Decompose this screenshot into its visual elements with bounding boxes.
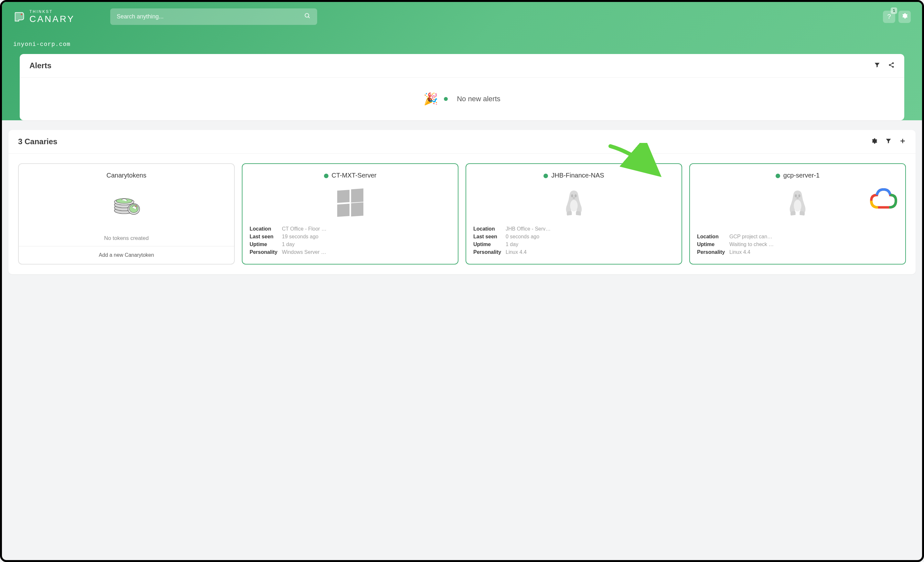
status-dot <box>324 174 328 178</box>
svg-point-5 <box>892 66 894 68</box>
gcp-cloud-icon <box>869 185 898 215</box>
stat-value: Linux 4.4 <box>506 249 526 255</box>
linux-tux-icon <box>473 185 674 221</box>
svg-point-3 <box>892 62 894 64</box>
stat-label: Location <box>473 226 506 232</box>
canary-name: CT-MXT-Server <box>332 172 376 179</box>
brand-title: CANARY <box>29 14 75 24</box>
question-icon: ? <box>887 13 891 20</box>
stat-label: Uptime <box>250 242 282 247</box>
canary-card[interactable]: JHB-Finance-NAS LocationJHB Office - Ser… <box>465 163 682 264</box>
svg-point-16 <box>571 194 573 197</box>
stat-label: Personality <box>473 249 506 255</box>
stat-label: Last seen <box>473 234 506 240</box>
stat-label: Uptime <box>697 242 729 247</box>
canaries-title: 3 Canaries <box>18 137 57 146</box>
svg-point-0 <box>21 14 22 15</box>
tokens-stack-icon <box>26 185 227 221</box>
svg-point-19 <box>795 194 796 197</box>
stat-label: Location <box>697 234 729 240</box>
stat-value: 19 seconds ago <box>282 234 318 240</box>
party-popper-icon: 🎉 <box>423 92 438 106</box>
canary-name: gcp-server-1 <box>783 172 820 179</box>
canarytokens-card[interactable]: Canarytokens No tokens created Add a new… <box>18 163 235 264</box>
gear-icon[interactable] <box>871 138 878 146</box>
svg-point-20 <box>798 194 800 197</box>
svg-point-17 <box>574 194 576 197</box>
help-button[interactable]: ? 1 <box>883 11 895 23</box>
brand-logo[interactable]: THINKST CANARY <box>13 9 104 24</box>
search-box[interactable] <box>110 8 317 25</box>
stat-value: Windows Server … <box>282 249 326 255</box>
tokens-empty-text: No tokens created <box>26 235 227 242</box>
gear-icon <box>902 13 908 21</box>
search-input[interactable] <box>117 13 304 20</box>
share-icon[interactable] <box>888 62 895 70</box>
svg-point-21 <box>794 200 801 212</box>
linux-tux-icon <box>697 185 898 221</box>
card-title: Canarytokens <box>26 172 227 179</box>
plus-icon[interactable] <box>899 138 906 146</box>
stat-value: Linux 4.4 <box>729 249 750 255</box>
status-dot <box>444 97 448 101</box>
filter-icon[interactable] <box>885 138 892 146</box>
stat-label: Location <box>250 226 282 232</box>
alerts-title: Alerts <box>29 61 51 70</box>
stat-value: Waiting to check … <box>729 242 774 247</box>
status-dot <box>543 174 548 178</box>
stat-value: 1 day <box>282 242 294 247</box>
search-icon[interactable] <box>304 13 311 21</box>
svg-line-2 <box>308 17 310 18</box>
stat-label: Uptime <box>473 242 506 247</box>
alerts-empty-text: No new alerts <box>457 95 501 103</box>
add-canarytoken-button[interactable]: Add a new Canarytoken <box>19 246 234 264</box>
canary-card[interactable]: gcp-server-1 LocationGCP project can… Up… <box>689 163 906 264</box>
stat-value: 1 day <box>506 242 518 247</box>
alerts-panel: Alerts 🎉 No new alerts <box>20 54 904 120</box>
stat-label: Personality <box>250 249 282 255</box>
windows-icon <box>250 185 451 221</box>
canary-logo-icon <box>13 11 26 23</box>
notification-badge: 1 <box>891 8 897 14</box>
svg-point-18 <box>570 200 578 212</box>
domain-label: inyoni-corp.com <box>13 25 911 54</box>
filter-icon[interactable] <box>874 62 880 70</box>
canary-card[interactable]: CT-MXT-Server LocationCT Office - Floor … <box>242 163 459 264</box>
settings-button[interactable] <box>898 11 911 23</box>
stat-label: Personality <box>697 249 729 255</box>
stat-label: Last seen <box>250 234 282 240</box>
svg-point-14 <box>129 205 138 213</box>
stat-value: JHB Office - Serv… <box>506 226 550 232</box>
stat-value: 0 seconds ago <box>506 234 539 240</box>
canaries-panel: 3 Canaries Canarytokens <box>8 130 916 274</box>
stat-value: GCP project can… <box>729 234 772 240</box>
svg-point-1 <box>305 14 309 18</box>
brand-subtitle: THINKST <box>29 9 75 14</box>
canary-name: JHB-Finance-NAS <box>551 172 604 179</box>
status-dot <box>776 174 780 178</box>
svg-point-15 <box>135 206 136 207</box>
svg-point-4 <box>889 64 891 66</box>
stat-value: CT Office - Floor … <box>282 226 327 232</box>
